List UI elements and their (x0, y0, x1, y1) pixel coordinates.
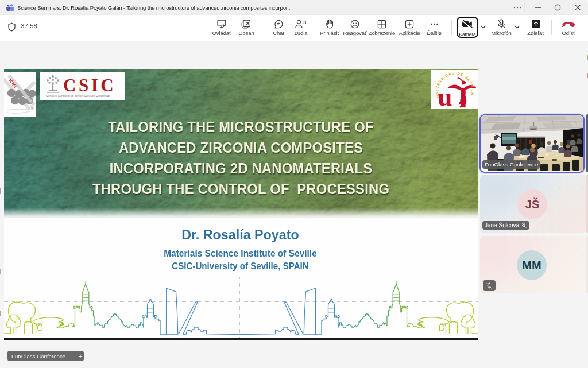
svg-text:CSIC: CSIC (63, 75, 116, 95)
svg-text:CONSEJO SUPERIOR DE INVESTIGAC: CONSEJO SUPERIOR DE INVESTIGACIONES CIEN… (46, 95, 110, 98)
svg-text:3: 3 (303, 20, 306, 25)
